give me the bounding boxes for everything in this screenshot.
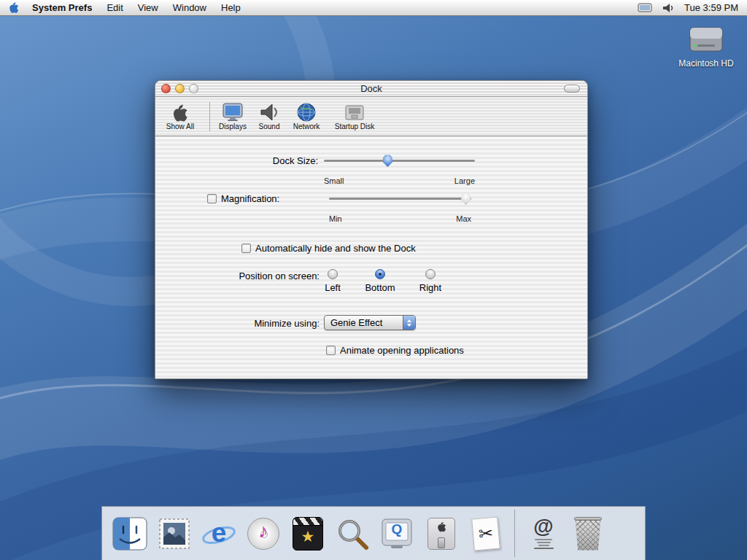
animate-label: Animate opening applications (340, 345, 464, 356)
monitor-icon (222, 102, 244, 122)
apple-icon (9, 1, 19, 14)
dock: e ♪ ★ Q (101, 506, 646, 560)
position-option-left[interactable]: Left (311, 269, 355, 293)
toolbar-label-sound: Sound (253, 122, 285, 131)
magnification-thumb[interactable] (460, 192, 471, 205)
mail-stamp-icon (157, 516, 192, 552)
paper-icon: ✂ (471, 516, 500, 551)
system-preferences-icon (427, 518, 455, 550)
quicktime-icon: Q (379, 521, 414, 537)
position-radio-right-label: Right (409, 282, 452, 293)
speaker-icon (259, 102, 279, 122)
animate-checkbox[interactable] (326, 346, 336, 355)
magnification-checkbox[interactable] (207, 194, 217, 203)
dock-item-itunes[interactable]: ♪ (246, 516, 281, 552)
dock-size-min-label: Small (324, 176, 344, 185)
menu-item-edit[interactable]: Edit (99, 0, 130, 16)
dock-item-mail[interactable] (157, 516, 192, 552)
minimize-using-label: Minimize using: (185, 318, 320, 329)
position-label: Position on screen: (185, 271, 320, 281)
toolbar-label-show-all: Show All (160, 122, 201, 131)
toolbar-item-show-all[interactable]: Show All (160, 99, 201, 131)
imovie-icon: ★ (293, 517, 323, 551)
magnification-slider[interactable] (329, 192, 471, 206)
minimize-button[interactable] (175, 84, 185, 93)
magnifier-icon (335, 516, 370, 552)
dock-item-quicktime[interactable]: Q (379, 516, 414, 552)
displays-menu-icon[interactable] (638, 3, 652, 13)
scissors-icon: ✂ (478, 523, 494, 544)
dock-size-slider[interactable] (324, 154, 475, 168)
minimize-using-popup[interactable]: Genie Effect (324, 315, 416, 330)
toolbar-toggle-button[interactable] (564, 85, 580, 93)
position-radio-bottom[interactable] (375, 269, 385, 279)
dock-item-imovie[interactable]: ★ (290, 516, 325, 552)
trash-rim-icon (574, 517, 602, 521)
menu-item-app[interactable]: System Prefs (25, 0, 99, 16)
apple-show-all-icon (172, 104, 188, 122)
dock-item-sherlock[interactable] (335, 516, 370, 552)
toolbar-item-network[interactable]: Network (290, 99, 323, 131)
desktop-icon-macintosh-hd[interactable]: Macintosh HD (676, 22, 737, 69)
auto-hide-checkbox[interactable] (241, 244, 251, 253)
window-toolbar: Show All Displays (155, 97, 587, 136)
auto-hide-label: Automatically hide and show the Dock (255, 243, 416, 254)
position-option-bottom[interactable]: Bottom (358, 269, 402, 293)
dock-size-scale: Small Large (324, 176, 475, 185)
position-radio-bottom-label: Bottom (358, 282, 402, 293)
dock-item-system-preferences[interactable] (424, 516, 459, 552)
minimize-using-value: Genie Effect (325, 316, 403, 330)
menu-item-view[interactable]: View (131, 0, 166, 16)
magnification-track[interactable] (329, 198, 471, 200)
toolbar-label-network: Network (290, 122, 323, 131)
magnification-max-label: Max (456, 214, 471, 223)
window-titlebar[interactable]: Dock (155, 81, 587, 97)
toolbar-item-startup-disk[interactable]: Startup Disk (330, 99, 379, 131)
position-radio-left[interactable] (328, 269, 338, 279)
itunes-icon: ♪ (246, 520, 281, 542)
toolbar-item-sound[interactable]: Sound (253, 99, 285, 131)
light-switch-icon (438, 537, 445, 548)
desktop-icon-label: Macintosh HD (676, 58, 737, 69)
window-content (155, 137, 587, 378)
dock-size-thumb[interactable] (382, 155, 393, 167)
startup-disk-icon (344, 102, 365, 122)
dock-separator (514, 510, 515, 557)
menu-clock[interactable]: Tue 3:59 PM (684, 2, 738, 13)
position-radio-left-label: Left (311, 282, 355, 293)
dock-item-trash[interactable] (570, 516, 605, 552)
position-option-right[interactable]: Right (409, 269, 452, 293)
dock-item-clippings[interactable]: ✂ (468, 516, 503, 552)
magnification-min-label: Min (329, 214, 342, 223)
dock-item-internet-explorer[interactable]: e (201, 516, 236, 552)
window-title: Dock (360, 83, 382, 94)
magnification-scale: Min Max (329, 214, 471, 223)
dock-item-finder[interactable] (112, 516, 147, 552)
dock-size-max-label: Large (454, 176, 475, 185)
hard-drive-icon (688, 22, 724, 54)
popup-arrows-icon (403, 316, 415, 330)
menu-item-window[interactable]: Window (166, 0, 214, 16)
toolbar-label-displays: Displays (217, 122, 249, 131)
dock-size-track[interactable] (324, 160, 475, 162)
apple-small-icon (437, 521, 446, 532)
apple-menu[interactable] (0, 1, 25, 14)
dock-size-label: Dock Size: (185, 155, 318, 166)
magnification-label: Magnification: (221, 193, 279, 204)
clapperboard-icon (293, 518, 322, 526)
ie-icon: e (201, 515, 236, 551)
globe-icon (296, 102, 317, 122)
position-radio-right[interactable] (425, 269, 436, 279)
finder-icon (112, 516, 147, 552)
trash-icon (573, 518, 603, 551)
zoom-button[interactable] (189, 84, 198, 93)
toolbar-separator (209, 102, 210, 131)
menu-bar: System Prefs Edit View Window Help Tue 3… (0, 0, 747, 16)
toolbar-item-displays[interactable]: Displays (217, 99, 249, 131)
close-button[interactable] (161, 84, 171, 93)
menu-item-help[interactable]: Help (214, 0, 248, 16)
star-icon: ★ (293, 526, 322, 548)
toolbar-label-startup-disk: Startup Disk (330, 122, 379, 131)
dock-item-at-spring[interactable]: @ (526, 516, 561, 552)
volume-menu-icon[interactable] (662, 3, 674, 13)
